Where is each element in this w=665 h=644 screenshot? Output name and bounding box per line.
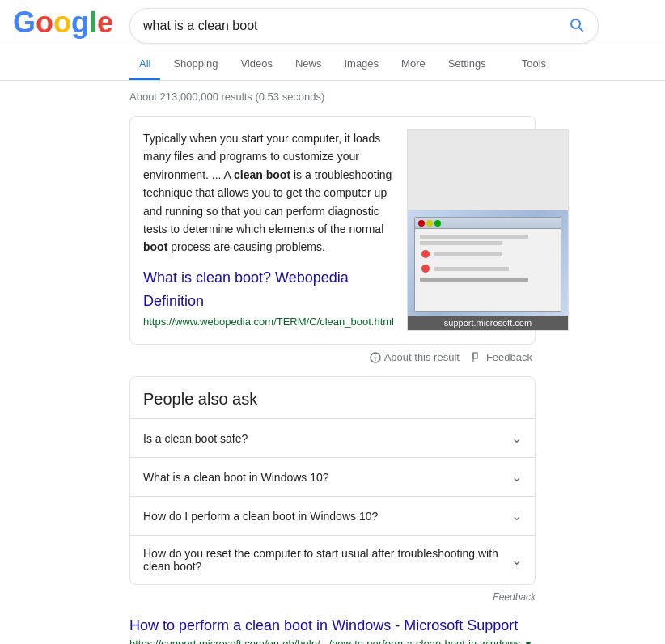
logo-letter-o1: o: [36, 6, 53, 39]
fake-row-1: [420, 235, 528, 239]
max-btn: [434, 220, 441, 227]
svg-text:i: i: [375, 354, 376, 362]
result-url-text-1: https://support.microsoft.com/en-gb/help…: [129, 638, 520, 644]
tab-shopping[interactable]: Shopping: [163, 49, 227, 80]
chevron-down-icon-1: ⌄: [511, 430, 522, 446]
fake-circle-2: [421, 265, 430, 273]
logo-letter-g: G: [13, 6, 36, 39]
fake-option-row: [420, 248, 556, 260]
fake-row-4: [434, 267, 509, 271]
snippet-url: https://www.webopedia.com/TERM/C/clean_b…: [143, 314, 394, 331]
dropdown-arrow-icon[interactable]: ▼: [523, 639, 532, 644]
featured-snippet: Typically when you start your computer, …: [129, 116, 536, 345]
logo-letter-l: l: [89, 6, 97, 39]
snippet-screenshot: [408, 210, 568, 316]
paa-question-4: How do you reset the computer to start u…: [143, 547, 511, 573]
tab-tools[interactable]: Tools: [512, 49, 556, 80]
svg-line-1: [579, 27, 583, 31]
info-icon: i: [370, 352, 381, 363]
paa-feedback-label: Feedback: [493, 591, 536, 603]
snippet-title-link[interactable]: What is clean boot? Webopedia Definition: [143, 269, 349, 309]
paa-item-3[interactable]: How do I perform a clean boot in Windows…: [130, 496, 535, 535]
search-result-1: How to perform a clean boot in Windows -…: [129, 616, 536, 644]
close-btn: [418, 220, 425, 227]
tab-videos[interactable]: Videos: [231, 49, 282, 80]
search-icon: [569, 17, 585, 33]
logo-letter-g2: g: [71, 6, 89, 39]
header: Google: [0, 0, 665, 44]
paa-question-3: How do I perform a clean boot in Windows…: [143, 510, 378, 523]
results-count: About 213,000,000 results (0.53 seconds): [129, 91, 536, 103]
paa-question-2: What is a clean boot in Windows 10?: [143, 471, 329, 484]
paa-question-1: Is a clean boot safe?: [143, 432, 248, 445]
fake-row-2: [420, 241, 502, 245]
snippet-image-caption: support.microsoft.com: [408, 316, 568, 330]
tab-news[interactable]: News: [286, 49, 332, 80]
fake-titlebar: [415, 218, 561, 229]
nav-tabs: All Shopping Videos News Images More Set…: [0, 49, 665, 81]
tab-images[interactable]: Images: [334, 49, 388, 80]
fake-option-row-2: [420, 263, 556, 274]
paa-title: People also ask: [130, 377, 535, 418]
svg-rect-4: [473, 353, 477, 358]
google-logo: Google: [13, 8, 113, 44]
paa-item-2[interactable]: What is a clean boot in Windows 10? ⌄: [130, 457, 535, 496]
fake-row-3: [434, 252, 502, 256]
fake-circle-1: [421, 250, 430, 258]
flag-icon: [472, 352, 483, 362]
main-content: About 213,000,000 results (0.53 seconds)…: [0, 81, 665, 644]
people-also-ask-box: People also ask Is a clean boot safe? ⌄ …: [129, 376, 536, 585]
snippet-paragraph: Typically when you start your computer, …: [143, 129, 394, 256]
about-result-label: About this result: [384, 351, 460, 363]
paa-feedback[interactable]: Feedback: [129, 591, 536, 603]
feedback-btn[interactable]: Feedback: [472, 351, 532, 363]
search-bar[interactable]: [129, 8, 599, 44]
fake-row-5: [420, 278, 528, 282]
snippet-link-section: What is clean boot? Webopedia Definition…: [143, 266, 394, 331]
tab-settings[interactable]: Settings: [438, 49, 496, 80]
feedback-label: Feedback: [486, 351, 532, 363]
paa-item-4[interactable]: How do you reset the computer to start u…: [130, 535, 535, 584]
search-input[interactable]: [143, 19, 562, 33]
result-title-1: How to perform a clean boot in Windows -…: [129, 616, 536, 636]
about-result-btn[interactable]: i About this result: [370, 351, 460, 363]
fake-window: [414, 217, 561, 312]
snippet-text-body: Typically when you start your computer, …: [143, 129, 394, 331]
search-button[interactable]: [569, 17, 585, 36]
logo-letter-e: e: [97, 6, 113, 39]
fake-body: [415, 229, 561, 287]
chevron-down-icon-2: ⌄: [511, 469, 522, 485]
chevron-down-icon-3: ⌄: [511, 508, 522, 523]
nav-right: Settings Tools: [438, 49, 559, 80]
result-link-1[interactable]: How to perform a clean boot in Windows -…: [129, 617, 518, 633]
chevron-down-icon-4: ⌄: [511, 553, 522, 568]
paa-item-1[interactable]: Is a clean boot safe? ⌄: [130, 418, 535, 457]
snippet-footer: i About this result Feedback: [129, 351, 536, 363]
tab-more[interactable]: More: [392, 49, 435, 80]
result-url-1: https://support.microsoft.com/en-gb/help…: [129, 638, 536, 644]
snippet-image: support.microsoft.com: [407, 129, 569, 331]
min-btn: [426, 220, 433, 227]
logo-letter-o2: o: [53, 6, 71, 39]
tab-all[interactable]: All: [129, 49, 160, 80]
